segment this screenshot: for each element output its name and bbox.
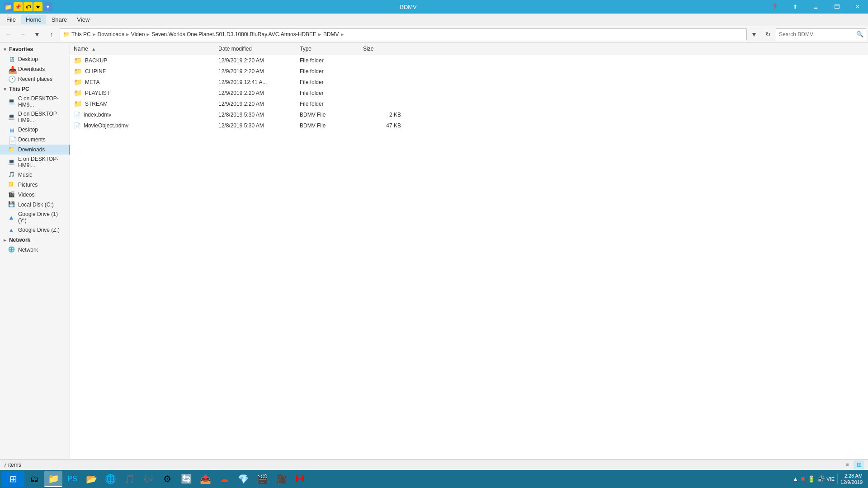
bdmv-file-icon: 📄 [74,112,81,118]
search-input[interactable] [776,28,866,40]
minimize-button[interactable]: 🗕 [806,0,826,14]
file-list-header: Name ▲ Date modified Type Size [70,42,868,55]
sidebar-item-gdrive-y[interactable]: ▲ Google Drive (1) (Y:) [0,210,70,225]
nav-forward[interactable]: → [16,28,29,41]
sidebar-item-music[interactable]: 🎵 Music [0,170,70,180]
col-header-name[interactable]: Name ▲ [74,44,218,54]
file-name: 📁 CLIPINF [74,67,218,75]
sidebar-item-local-disk[interactable]: 💾 Local Disk (C:) [0,200,70,210]
content-panel: Name ▲ Date modified Type Size 📁 BACKUP … [70,42,868,459]
table-row[interactable]: 📁 META 12/9/2019 12:41 A... File folder [70,77,868,88]
breadcrumb-bdmv[interactable]: BDMV [323,31,339,38]
file-list: 📁 BACKUP 12/9/2019 2:20 AM File folder 📁… [70,55,868,459]
menu-home[interactable]: Home [21,15,46,24]
folder-row-icon: 📁 [74,67,82,75]
taskbar-cloud[interactable]: ☁ [215,471,233,487]
sidebar-item-gdrive-z[interactable]: ▲ Google Drive (Z:) [0,225,70,235]
media-icon: 🎵 [124,474,135,484]
folder-row-icon: 📁 [74,78,82,86]
table-row[interactable]: 📄 index.bdmv 12/8/2019 5:30 AM BDMV File… [70,109,868,120]
col-header-type[interactable]: Type [300,44,363,54]
maximize-button[interactable]: 🗖 [826,0,847,14]
close-button[interactable]: ✕ [847,0,868,14]
taskbar-ie[interactable]: 🔄 [177,471,195,487]
system-clock[interactable]: 2:28 AM 12/9/2019 [840,473,863,486]
clock-time: 2:28 AM [840,473,863,479]
folder-row-icon: 📁 [74,89,82,97]
breadcrumb-this-pc[interactable]: This PC [71,31,91,38]
sidebar-favorites-header[interactable]: ▼ Favorites [0,44,70,54]
menu-share[interactable]: Share [47,15,72,24]
tray-lang[interactable]: VIE [826,476,835,482]
expand-button[interactable]: ⬆ [785,0,806,14]
taskbar-folder2[interactable]: 📂 [82,471,100,487]
sidebar-item-label: Network [18,247,38,253]
itunes-icon: 🎶 [143,474,154,484]
taskbar-media2[interactable]: 🎬 [253,471,271,487]
refresh-button[interactable]: ↻ [762,28,774,40]
sidebar-item-label: Local Disk (C:) [18,202,54,208]
breadcrumb-dropdown[interactable]: ▼ [748,28,760,41]
taskbar-folder[interactable]: 📁 [44,471,62,487]
taskbar-video[interactable]: 🎥 [272,471,290,487]
tray-show-hidden[interactable]: ▲ [792,475,798,483]
table-row[interactable]: 📄 MovieObject.bdmv 12/8/2019 5:30 AM BDM… [70,120,868,131]
sidebar-item-documents[interactable]: 📄 Documents [0,135,70,145]
table-row[interactable]: 📁 BACKUP 12/9/2019 2:20 AM File folder [70,55,868,66]
sidebar-item-desktop-fav[interactable]: 🖥 Desktop [0,54,70,64]
breadcrumb-video[interactable]: Video [131,31,145,38]
taskbar-settings[interactable]: ⚙ [158,471,176,487]
sidebar-item-desktop-pc[interactable]: 🖥 Desktop [0,125,70,135]
sidebar-network-header[interactable]: ► Network [0,235,70,245]
tray-x[interactable]: ✖ [800,475,806,483]
taskbar-powershell[interactable]: PS [63,471,81,487]
bdmv-file-icon: 📄 [74,122,81,129]
nav-up[interactable]: ↑ [45,28,58,41]
sidebar-item-videos[interactable]: 🎬 Videos [0,190,70,200]
taskbar-file-explorer[interactable]: 🗂 [25,471,43,487]
menu-file[interactable]: File [2,15,20,24]
media2-icon: 🎬 [257,474,268,484]
sidebar-item-e-drive[interactable]: 💻 E on DESKTOP-HM9l... [0,155,70,170]
tray-sound[interactable]: 🔊 [817,475,825,483]
breadcrumb[interactable]: 📁 This PC ► Downloads ► Video ► Seven.Wo… [60,28,747,40]
view-large-icons[interactable]: ⊞ [854,460,864,469]
file-date: 12/9/2019 2:20 AM [218,57,300,64]
sidebar-item-pictures[interactable]: 🖼 Pictures [0,180,70,190]
sidebar-item-recent[interactable]: 🕐 Recent places [0,74,70,84]
taskbar-clapper[interactable]: 🎞 [291,471,309,487]
file-explorer-icon: 🗂 [30,474,39,484]
drive-icon: 💻 [8,113,15,121]
taskbar-filezilla[interactable]: 📤 [196,471,214,487]
breadcrumb-seven-worlds[interactable]: Seven.Worlds.One.Planet.S01.D3.1080i.Blu… [151,31,316,38]
table-row[interactable]: 📁 CLIPINF 12/9/2019 2:20 AM File folder [70,66,868,77]
breadcrumb-downloads[interactable]: Downloads [98,31,124,38]
sidebar-item-network[interactable]: 🌐 Network [0,245,70,255]
tray-battery[interactable]: 🔋 [807,475,815,483]
table-row[interactable]: 📁 PLAYLIST 12/9/2019 2:20 AM File folder [70,88,868,99]
desktop-icon: 🖥 [8,56,15,63]
sidebar-item-d-drive[interactable]: 💻 D on DESKTOP-HM9... [0,109,70,125]
taskbar-chrome[interactable]: 🌐 [101,471,119,487]
nav-back[interactable]: ← [2,28,14,41]
col-header-size[interactable]: Size [363,44,408,54]
table-row[interactable]: 📁 STREAM 12/9/2019 2:20 AM File folder [70,99,868,109]
window-controls: ❓ ⬆ 🗕 🗖 ✕ [764,0,868,14]
taskbar-itunes[interactable]: 🎶 [139,471,157,487]
sidebar-thispc-header[interactable]: ▼ This PC [0,84,70,94]
desktop-icon: 🖥 [8,126,15,133]
help-button[interactable]: ❓ [764,0,785,14]
view-details[interactable]: ≡ [842,460,853,469]
sidebar-item-downloads[interactable]: 📁 Downloads [0,145,70,155]
nav-dropdown[interactable]: ▼ [31,28,43,41]
start-button[interactable]: ⊞ [2,471,24,487]
col-header-date[interactable]: Date modified [218,44,300,54]
menu-view[interactable]: View [72,15,94,24]
file-name: 📁 STREAM [74,100,218,108]
sidebar-item-label: C on DESKTOP-HM9... [18,95,67,108]
taskbar-gem[interactable]: 💎 [234,471,252,487]
sidebar-item-downloads-fav[interactable]: 📥 Downloads [0,64,70,74]
network-icon: 🌐 [8,246,15,253]
sidebar-item-c-drive[interactable]: 💻 C on DESKTOP-HM9... [0,94,70,109]
taskbar-media[interactable]: 🎵 [120,471,138,487]
